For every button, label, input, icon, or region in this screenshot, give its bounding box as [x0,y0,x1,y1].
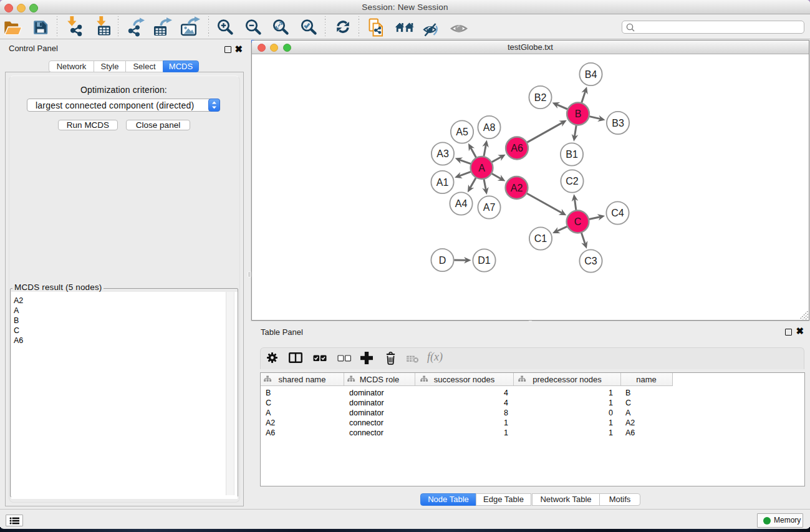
svg-text:A8: A8 [483,122,496,133]
svg-text:C2: C2 [566,176,579,186]
svg-text:B1: B1 [566,149,578,160]
svg-text:D1: D1 [478,255,491,266]
svg-text:B4: B4 [585,69,597,80]
svg-text:D: D [439,255,446,266]
svg-text:A6: A6 [511,143,523,153]
svg-text:C4: C4 [611,208,624,218]
svg-text:A3: A3 [436,148,449,159]
svg-text:A1: A1 [436,177,449,188]
svg-text:A7: A7 [483,202,496,213]
svg-text:C1: C1 [534,233,547,244]
svg-text:A5: A5 [456,127,468,137]
svg-text:A: A [478,163,485,173]
svg-text:A4: A4 [455,198,468,209]
svg-text:B2: B2 [534,92,547,103]
svg-text:B: B [575,109,582,119]
svg-text:C: C [574,216,582,227]
svg-text:A2: A2 [511,183,523,193]
svg-text:B3: B3 [612,118,624,128]
svg-text:C3: C3 [584,256,597,266]
